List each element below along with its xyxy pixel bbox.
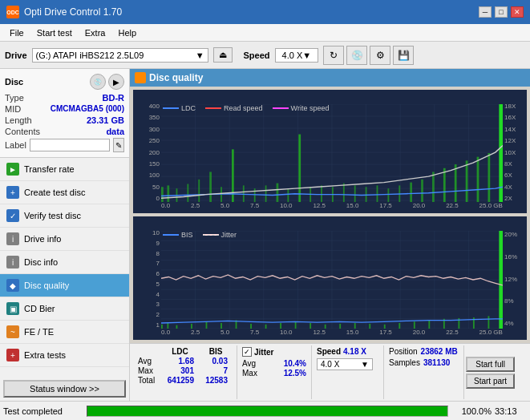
svg-rect-31 [287, 188, 289, 202]
bottom-chart: 10 9 8 7 6 5 4 3 2 1 20% 16% 12% 8% [133, 216, 527, 340]
speed-dropdown[interactable]: 4.0 X ▼ [275, 48, 319, 63]
menubar: File Start test Extra Help [0, 24, 530, 42]
sidebar-item-create-test[interactable]: + Create test disc [0, 181, 129, 204]
position-label: Position [389, 347, 418, 356]
fe-te-icon: ~ [6, 325, 19, 338]
sidebar-item-drive-info[interactable]: i Drive info [0, 228, 129, 251]
svg-rect-76 [206, 321, 208, 329]
sidebar-item-extra-tests[interactable]: + Extra tests [0, 344, 129, 367]
svg-rect-42 [410, 183, 412, 202]
y-label: 3 [135, 301, 160, 308]
menu-file[interactable]: File [3, 26, 30, 39]
y-label-right: 8X [504, 160, 525, 168]
top-chart: 400 350 300 250 200 150 100 50 0 18X 16X… [133, 90, 527, 213]
nav-label-cd-bier: CD Bier [24, 304, 55, 313]
window-controls: ─ □ ✕ [479, 6, 524, 18]
avg-ldc: 1.68 [162, 357, 194, 365]
start-part-button[interactable]: Start part [466, 374, 515, 389]
refresh-button[interactable]: ↻ [323, 46, 344, 65]
svg-rect-40 [387, 188, 389, 202]
top-chart-svg [161, 104, 503, 202]
jitter-legend-label: Jitter [221, 231, 237, 239]
max-ldc: 301 [162, 366, 194, 375]
progress-text: 100.0% [451, 406, 492, 416]
bis-legend-label: BIS [181, 231, 193, 239]
maximize-button[interactable]: □ [495, 6, 508, 18]
total-bis: 12583 [196, 376, 228, 385]
jitter-checkbox[interactable]: ✓ [242, 347, 252, 357]
disc-icon: 💿 [90, 74, 106, 90]
svg-rect-95 [488, 316, 489, 329]
jitter-legend [203, 234, 219, 236]
save-button[interactable]: 💾 [393, 46, 414, 65]
mid-label: MID [5, 104, 21, 114]
bottom-chart-svg [161, 231, 503, 329]
y-label: 8 [135, 250, 160, 257]
svg-rect-34 [321, 185, 322, 202]
disc-icon2: ▶ [108, 74, 124, 90]
drive-info-icon: i [6, 232, 19, 245]
progress-bar-fill [87, 406, 447, 416]
nav-label-disc-info: Disc info [24, 257, 58, 267]
nav-label-extra-tests: Extra tests [24, 350, 66, 360]
settings-button[interactable]: ⚙ [370, 46, 390, 65]
time-text: 33:13 [495, 406, 527, 416]
y-label: 6 [135, 270, 160, 277]
svg-rect-73 [167, 323, 168, 329]
y-label: 9 [135, 240, 160, 247]
eject-button[interactable]: ⏏ [213, 47, 233, 63]
speed-stat-value: 4.18 X [343, 347, 366, 356]
chevron-down-icon: ▼ [361, 360, 369, 369]
drive-dropdown[interactable]: (G:) ATAPI iHBS212 2.5L09 ▼ [32, 48, 208, 63]
max-bis: 7 [196, 366, 228, 375]
ldc-legend-label: LDC [181, 104, 196, 112]
disc-button[interactable]: 💿 [346, 46, 367, 65]
svg-rect-28 [254, 188, 256, 202]
minimize-button[interactable]: ─ [479, 6, 492, 18]
chart-header-icon [135, 72, 146, 83]
y-label-right: 12X [504, 137, 525, 144]
length-label: Length [5, 115, 32, 125]
start-full-button[interactable]: Start full [466, 357, 515, 372]
y-label: 150 [135, 160, 160, 168]
svg-rect-24 [209, 172, 212, 202]
sidebar-item-transfer-rate[interactable]: ► Transfer rate [0, 158, 129, 181]
label-edit-button[interactable]: ✎ [113, 138, 124, 152]
label-input[interactable] [30, 139, 110, 151]
svg-rect-23 [198, 180, 200, 202]
svg-rect-77 [220, 323, 222, 329]
titlebar: ODC Opti Drive Control 1.70 ─ □ ✕ [0, 0, 530, 24]
sidebar-item-verify-test[interactable]: ✓ Verify test disc [0, 204, 129, 228]
menu-extra[interactable]: Extra [79, 26, 112, 39]
svg-rect-19 [161, 187, 164, 202]
y-label: 400 [135, 103, 160, 110]
top-chart-x-axis: 0.0 2.5 5.0 7.5 10.0 12.5 15.0 17.5 20.0… [161, 202, 503, 213]
svg-rect-32 [298, 135, 301, 202]
position-value: 23862 MB [421, 347, 458, 356]
ldc-legend [163, 107, 179, 109]
sidebar-item-fe-te[interactable]: ~ FE / TE [0, 321, 129, 344]
sidebar-item-disc-quality[interactable]: ◆ Disc quality [0, 274, 129, 297]
nav-label-disc-quality: Disc quality [24, 281, 69, 290]
total-ldc: 641259 [162, 376, 194, 385]
y-label: 50 [135, 184, 160, 191]
menu-help[interactable]: Help [111, 26, 143, 39]
menu-start-test[interactable]: Start test [30, 26, 79, 39]
ldc-header: LDC [162, 347, 198, 356]
position-stats: Position 23862 MB Samples 381130 [384, 345, 464, 399]
svg-rect-39 [377, 185, 378, 202]
close-button[interactable]: ✕ [511, 6, 524, 18]
action-buttons: Start full Start part [464, 345, 516, 399]
app-icon: ODC [6, 6, 19, 18]
y-label-right: 16% [504, 253, 525, 260]
nav-label-fe-te: FE / TE [24, 327, 54, 337]
y-label: 1 [135, 321, 160, 329]
status-window-button[interactable]: Status window >> [3, 380, 126, 398]
sidebar-item-cd-bier[interactable]: ▣ CD Bier [0, 297, 129, 321]
speed-stat-dropdown[interactable]: 4.0 X ▼ [317, 358, 373, 370]
svg-rect-81 [280, 323, 281, 329]
charts-area: 400 350 300 250 200 150 100 50 0 18X 16X… [130, 87, 530, 343]
svg-rect-48 [477, 157, 479, 202]
sidebar-item-disc-info[interactable]: i Disc info [0, 251, 129, 274]
status-text: Test completed [3, 406, 83, 416]
